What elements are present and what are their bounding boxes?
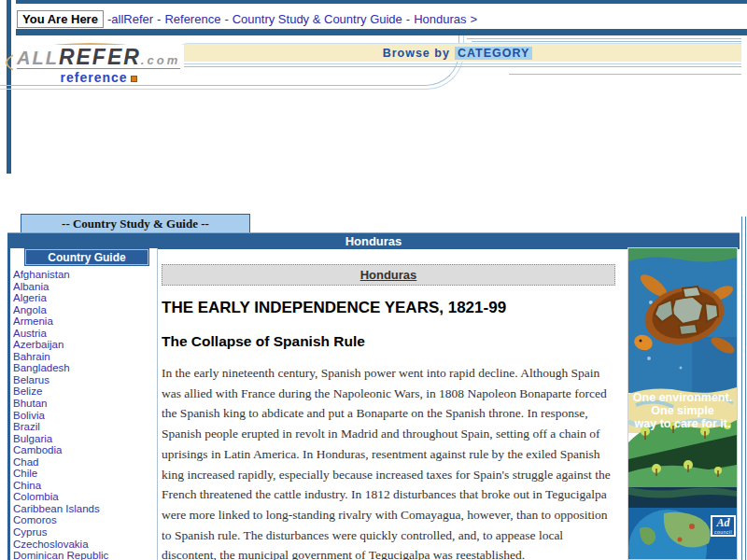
country-link[interactable]: China bbox=[13, 480, 157, 492]
country-link[interactable]: Afghanistan bbox=[13, 269, 157, 281]
header-rule bbox=[472, 41, 741, 42]
ad-slogan: One environment. One simple way to care … bbox=[628, 391, 737, 430]
country-list: AfghanistanAlbaniaAlgeriaAngolaArmeniaAu… bbox=[10, 269, 157, 560]
logo-reference-label: reference bbox=[17, 68, 180, 85]
ad-banner[interactable]: One environment. One simple way to care … bbox=[627, 247, 738, 560]
breadcrumb-link-country-study[interactable]: Country Study & Country Guide bbox=[233, 12, 402, 26]
logo-all: ALL bbox=[17, 48, 59, 68]
you-are-here-badge: You Are Here bbox=[17, 10, 104, 28]
country-link[interactable]: Bangladesh bbox=[13, 362, 157, 374]
country-link[interactable]: Bolivia bbox=[13, 410, 157, 422]
browse-by-label: Browse by bbox=[383, 47, 450, 60]
allrefer-logo[interactable]: ALLREFER.com reference bbox=[13, 45, 184, 85]
ad-slogan-line: way to care for it. bbox=[628, 417, 737, 430]
section-subheading: The Collapse of Spanish Rule bbox=[162, 333, 616, 350]
ad-council-logo: Ad council bbox=[711, 515, 736, 537]
country-link[interactable]: Comoros bbox=[13, 514, 157, 526]
country-link[interactable]: Angola bbox=[13, 304, 157, 316]
country-link[interactable]: Bhutan bbox=[13, 398, 157, 410]
country-link[interactable]: Brazil bbox=[13, 421, 157, 433]
country-link[interactable]: Cyprus bbox=[13, 526, 157, 539]
country-link[interactable]: Armenia bbox=[13, 315, 157, 328]
ad-slogan-line: One simple bbox=[628, 404, 737, 417]
logo-refer: REFER bbox=[59, 45, 141, 69]
header-rule bbox=[509, 74, 741, 75]
section-heading: THE EARLY INDEPENDENCE YEARS, 1821-99 bbox=[162, 299, 616, 317]
header-rule bbox=[174, 66, 741, 67]
country-link[interactable]: Algeria bbox=[13, 292, 157, 304]
country-link[interactable]: Colombia bbox=[13, 491, 157, 503]
breadcrumb-link-reference[interactable]: Reference bbox=[164, 12, 220, 26]
breadcrumb-separator: - bbox=[157, 12, 161, 26]
logo-orange-square-icon bbox=[131, 76, 137, 82]
tab-country-study-guide[interactable]: -- Country Study & Guide -- bbox=[21, 214, 250, 232]
right-border-line bbox=[741, 217, 742, 560]
header-rule bbox=[174, 63, 741, 64]
country-link[interactable]: Chad bbox=[13, 456, 157, 469]
country-link[interactable]: Bulgaria bbox=[13, 433, 157, 445]
category-label: CATEGORY bbox=[455, 47, 532, 60]
logo-reference-text: reference bbox=[61, 70, 128, 85]
sidebar-header: Country Guide bbox=[25, 249, 148, 265]
logo-com: .com bbox=[141, 53, 180, 67]
country-link[interactable]: Belize bbox=[13, 385, 157, 398]
content-title-box: Honduras bbox=[162, 264, 615, 286]
ad-slogan-line: One environment. bbox=[628, 391, 737, 404]
country-link[interactable]: Albania bbox=[13, 281, 157, 293]
top-border-line bbox=[16, 0, 747, 4]
country-link[interactable]: Azerbaijan bbox=[13, 339, 157, 351]
main-content: Honduras THE EARLY INDEPENDENCE YEARS, 1… bbox=[162, 264, 616, 560]
breadcrumb: You Are Here - allRefer - Reference - Co… bbox=[17, 9, 477, 28]
country-link[interactable]: Belarus bbox=[13, 374, 157, 386]
breadcrumb-separator: - bbox=[224, 12, 228, 26]
page: You Are Here - allRefer - Reference - Co… bbox=[0, 0, 747, 560]
paragraph: In the early nineteenth century, Spanish… bbox=[162, 363, 616, 560]
breadcrumb-separator: - bbox=[406, 12, 410, 26]
ad-council-logo-big: Ad bbox=[712, 517, 734, 529]
country-link[interactable]: Austria bbox=[13, 328, 157, 340]
ad-council-logo-small: council bbox=[712, 529, 734, 535]
browse-by-category-bar[interactable]: Browse by CATEGORY bbox=[174, 43, 741, 62]
breadcrumb-link-allrefer[interactable]: allRefer bbox=[111, 12, 153, 26]
country-guide-sidebar: Country Guide AfghanistanAlbaniaAlgeriaA… bbox=[7, 248, 158, 560]
country-link[interactable]: Bahrain bbox=[13, 351, 157, 363]
country-link[interactable]: Chile bbox=[13, 468, 157, 480]
country-link[interactable]: Dominican Republic bbox=[13, 550, 157, 560]
content-title-link[interactable]: Honduras bbox=[360, 268, 417, 282]
header-blue-bar bbox=[16, 29, 747, 35]
logo-wordmark: ALLREFER.com bbox=[17, 45, 180, 70]
country-link[interactable]: Cambodia bbox=[13, 444, 157, 456]
country-link[interactable]: Czechoslovakia bbox=[13, 539, 157, 551]
country-link[interactable]: Caribbean Islands bbox=[13, 503, 157, 515]
right-border-line bbox=[745, 217, 746, 560]
breadcrumb-link-honduras[interactable]: Honduras bbox=[414, 12, 466, 26]
breadcrumb-suffix: > bbox=[471, 12, 478, 26]
header-rule bbox=[467, 38, 741, 39]
